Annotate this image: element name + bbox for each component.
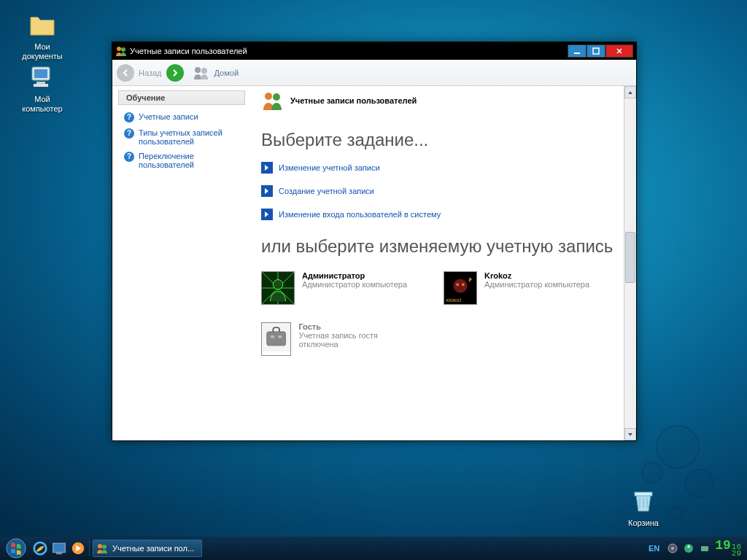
titlebar[interactable]: Учетные записи пользователей bbox=[112, 42, 636, 60]
svg-rect-1 bbox=[34, 69, 47, 78]
svg-point-31 bbox=[102, 545, 107, 549]
quicklaunch-ie[interactable] bbox=[32, 540, 48, 556]
users-icon bbox=[261, 90, 283, 111]
icon-label: Мои документы bbox=[16, 42, 69, 61]
back-button bbox=[117, 64, 134, 82]
scroll-down-button[interactable] bbox=[624, 428, 636, 440]
sidebar-item-account-types[interactable]: ?Типы учетных записей пользователей bbox=[118, 125, 252, 149]
svg-point-12 bbox=[273, 93, 280, 101]
svg-rect-3 bbox=[34, 84, 48, 87]
help-icon: ? bbox=[124, 112, 134, 122]
task-label: Изменение учетной записи bbox=[279, 163, 380, 172]
sidebar-item-switch-users[interactable]: ?Переключение пользователей bbox=[118, 149, 252, 172]
users-icon bbox=[115, 45, 127, 57]
account-administrator[interactable]: Администратор Администратор компьютера bbox=[261, 271, 407, 305]
avatar: KROKOZ bbox=[444, 271, 477, 305]
svg-point-9 bbox=[195, 67, 201, 73]
forward-button[interactable] bbox=[166, 64, 184, 82]
home-label[interactable]: Домой bbox=[214, 69, 239, 77]
svg-rect-27 bbox=[53, 543, 66, 552]
account-name: Гость bbox=[298, 322, 407, 331]
account-name: Krokoz bbox=[484, 271, 589, 280]
toolbar: Назад Домой bbox=[112, 60, 636, 86]
quicklaunch-desktop[interactable] bbox=[51, 540, 67, 556]
svg-rect-7 bbox=[574, 52, 580, 54]
taskbar: Учетные записи пол... EN 1916 29 bbox=[0, 537, 747, 560]
icon-label: Мой компьютер bbox=[16, 95, 69, 114]
vertical-scrollbar[interactable] bbox=[624, 86, 636, 440]
quicklaunch-media[interactable] bbox=[70, 540, 86, 556]
sidebar-item-label: Переключение пользователей bbox=[139, 152, 247, 169]
home-icon[interactable] bbox=[193, 66, 210, 80]
svg-point-10 bbox=[201, 68, 207, 74]
close-button[interactable] bbox=[605, 44, 633, 58]
account-guest[interactable]: Гость Учетная запись гостя отключена bbox=[261, 322, 407, 356]
svg-point-14 bbox=[273, 280, 282, 289]
desktop-icon-my-computer[interactable]: Мой компьютер bbox=[16, 63, 69, 114]
svg-text:KROKOZ: KROKOZ bbox=[446, 298, 462, 303]
svg-point-6 bbox=[121, 47, 125, 52]
page-title: Учетные записи пользователей bbox=[290, 96, 417, 105]
task-change-logon[interactable]: Изменение входа пользователей в систему bbox=[261, 209, 633, 220]
svg-point-25 bbox=[7, 539, 26, 558]
svg-rect-21 bbox=[267, 332, 286, 346]
arrow-right-icon bbox=[261, 185, 273, 197]
avatar bbox=[261, 322, 291, 356]
choose-task-heading: Выберите задание... bbox=[261, 130, 633, 150]
user-accounts-window: Учетные записи пользователей Назад Домой… bbox=[112, 42, 637, 441]
clock[interactable]: 1916 29 bbox=[715, 540, 744, 557]
scroll-thumb[interactable] bbox=[625, 232, 635, 283]
icon-label: Корзина bbox=[620, 518, 667, 528]
back-label: Назад bbox=[139, 69, 162, 77]
taskbar-item-user-accounts[interactable]: Учетные записи пол... bbox=[93, 540, 202, 557]
svg-point-5 bbox=[117, 47, 121, 51]
account-krokoz[interactable]: KROKOZ Krokoz Администратор компьютера bbox=[444, 271, 589, 305]
svg-point-11 bbox=[265, 93, 272, 100]
language-indicator[interactable]: EN bbox=[646, 544, 662, 553]
svg-rect-23 bbox=[271, 335, 274, 338]
sidebar-item-label: Учетные записи bbox=[139, 112, 198, 121]
svg-rect-8 bbox=[593, 48, 599, 54]
scroll-up-button[interactable] bbox=[624, 86, 636, 98]
svg-point-17 bbox=[456, 283, 459, 286]
svg-point-16 bbox=[453, 279, 467, 293]
svg-rect-4 bbox=[635, 492, 652, 496]
task-label: Изменение входа пользователей в систему bbox=[279, 210, 441, 219]
tray-icon[interactable] bbox=[667, 542, 678, 554]
sidebar: Обучение ?Учетные записи ?Типы учетных з… bbox=[112, 86, 252, 440]
window-title: Учетные записи пользователей bbox=[130, 47, 568, 55]
svg-rect-24 bbox=[278, 335, 282, 338]
users-icon bbox=[96, 542, 108, 554]
account-type: Администратор компьютера bbox=[302, 280, 407, 289]
arrow-right-icon bbox=[261, 209, 273, 220]
svg-rect-28 bbox=[56, 553, 62, 555]
account-type: Администратор компьютера bbox=[484, 280, 589, 289]
tray-icon[interactable] bbox=[699, 542, 711, 554]
account-type: Учетная запись гостя отключена bbox=[298, 331, 407, 349]
account-name: Администратор bbox=[302, 271, 407, 280]
maximize-button[interactable] bbox=[587, 44, 605, 58]
recycle-bin-icon bbox=[629, 486, 658, 516]
choose-account-heading: или выберите изменяемую учетную запись bbox=[261, 236, 633, 257]
start-button[interactable] bbox=[3, 537, 29, 560]
arrow-right-icon bbox=[261, 162, 273, 174]
sidebar-item-label: Типы учетных записей пользователей bbox=[139, 128, 247, 146]
desktop-icon-my-documents[interactable]: Мои документы bbox=[16, 10, 69, 61]
task-create-account[interactable]: Создание учетной записи bbox=[261, 185, 633, 197]
tray-icon[interactable] bbox=[683, 542, 694, 554]
avatar bbox=[261, 271, 295, 305]
sidebar-item-accounts[interactable]: ?Учетные записи bbox=[118, 109, 252, 125]
svg-point-30 bbox=[98, 544, 102, 548]
computer-icon bbox=[28, 63, 57, 92]
main-content: Учетные записи пользователей Выберите за… bbox=[252, 86, 636, 440]
help-icon: ? bbox=[124, 152, 134, 162]
svg-point-18 bbox=[462, 283, 465, 286]
task-label: Создание учетной записи bbox=[279, 187, 374, 195]
desktop-icon-recycle-bin[interactable]: Корзина bbox=[620, 486, 667, 528]
taskbar-item-label: Учетные записи пол... bbox=[112, 544, 194, 553]
help-icon: ? bbox=[124, 128, 134, 139]
svg-point-33 bbox=[671, 547, 674, 550]
minimize-button[interactable] bbox=[568, 44, 587, 58]
task-change-account[interactable]: Изменение учетной записи bbox=[261, 162, 633, 174]
folder-icon bbox=[28, 10, 57, 39]
